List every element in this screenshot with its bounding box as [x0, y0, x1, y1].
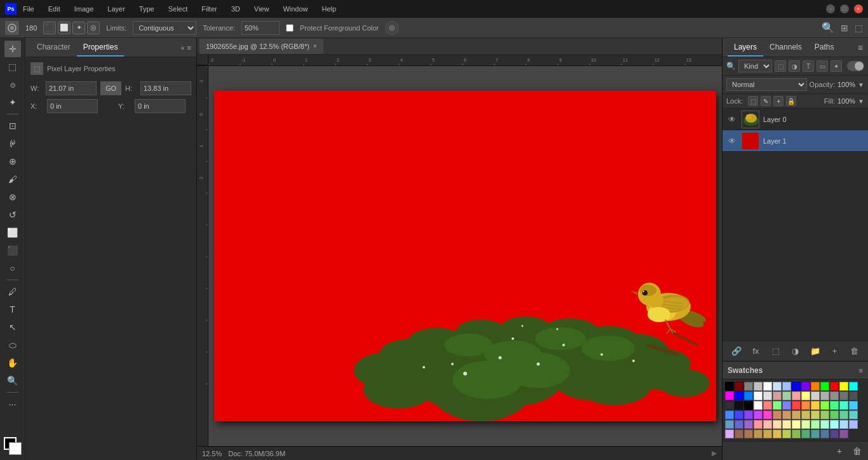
swatch-item[interactable]: [792, 401, 801, 410]
path-selection-tool[interactable]: ↖: [4, 319, 21, 335]
swatch-item[interactable]: [773, 391, 782, 400]
shape-tool[interactable]: ⬭: [4, 337, 21, 353]
swatch-item[interactable]: [763, 430, 772, 438]
swatch-item[interactable]: [754, 410, 763, 419]
extra-tools[interactable]: ···: [4, 396, 21, 412]
swatch-item[interactable]: [849, 401, 858, 410]
swatch-item[interactable]: [792, 430, 801, 438]
swatch-item[interactable]: [820, 391, 829, 400]
swatch-item[interactable]: [773, 401, 782, 410]
screen-mode-icon[interactable]: ⬚: [855, 23, 863, 33]
swatch-item[interactable]: [820, 420, 829, 429]
swatch-item[interactable]: [754, 430, 763, 438]
swatch-item[interactable]: [820, 382, 829, 391]
swatch-item[interactable]: [744, 401, 753, 410]
close-button[interactable]: ×: [854, 4, 863, 13]
swatch-item[interactable]: [773, 382, 782, 391]
swatch-item[interactable]: [792, 420, 801, 429]
clone-stamp-tool[interactable]: ⊗: [4, 189, 21, 205]
menu-layer[interactable]: Layer: [105, 4, 128, 14]
swatch-item[interactable]: [725, 391, 734, 400]
swatch-item[interactable]: [735, 401, 743, 410]
swatch-item[interactable]: [839, 410, 848, 419]
eraser-icon[interactable]: ⬜: [58, 22, 71, 34]
background-color[interactable]: [9, 442, 22, 455]
swatch-item[interactable]: [811, 430, 820, 438]
layer-1-visibility[interactable]: 👁: [726, 135, 738, 147]
swatches-menu-icon[interactable]: ≡: [859, 367, 863, 374]
text-tool[interactable]: T: [4, 301, 21, 318]
swatch-item[interactable]: [744, 410, 753, 419]
tab-properties[interactable]: Properties: [77, 38, 125, 57]
swatch-item[interactable]: [801, 420, 810, 429]
maximize-button[interactable]: □: [840, 4, 849, 13]
swatch-item[interactable]: [754, 382, 763, 391]
swatch-item[interactable]: [773, 410, 782, 419]
pixel-filter-icon[interactable]: ⬚: [775, 60, 786, 72]
swatch-item[interactable]: [811, 410, 820, 419]
swatch-item[interactable]: [782, 382, 791, 391]
swatch-item[interactable]: [763, 391, 772, 400]
link-layers-btn[interactable]: 🔗: [729, 344, 743, 358]
menu-window[interactable]: Window: [280, 4, 310, 14]
protect-foreground-checkbox[interactable]: [286, 24, 294, 32]
layer-effects-btn[interactable]: fx: [749, 344, 763, 358]
tolerance-input[interactable]: 50%: [241, 21, 280, 35]
menu-type[interactable]: Type: [137, 4, 157, 14]
swatch-item[interactable]: [735, 430, 743, 438]
swatch-item[interactable]: [830, 430, 839, 438]
swatch-item[interactable]: [801, 401, 810, 410]
layers-panel-menu[interactable]: ≡: [858, 43, 863, 53]
swatch-item[interactable]: [830, 382, 839, 391]
gradient-tool[interactable]: ⬛: [4, 242, 21, 259]
tab-paths[interactable]: Paths: [808, 38, 841, 57]
history-brush-tool[interactable]: ↺: [4, 206, 21, 223]
go-button[interactable]: GO: [100, 81, 121, 95]
eraser-tool[interactable]: ⬜: [4, 224, 21, 241]
adjust-filter-icon[interactable]: ◑: [789, 60, 800, 72]
hand-tool[interactable]: ✋: [4, 355, 21, 371]
lock-position-icon[interactable]: ✎: [761, 96, 771, 106]
menu-view[interactable]: View: [252, 4, 272, 14]
panel-menu-icon[interactable]: ≡: [187, 44, 191, 51]
swatch-item[interactable]: [763, 420, 772, 429]
fill-dropdown-icon[interactable]: ▼: [858, 98, 864, 105]
doc-tab[interactable]: 1902655e.jpg @ 12.5% (RGB/8*) ×: [200, 39, 323, 54]
x-input[interactable]: [47, 99, 98, 113]
swatch-item[interactable]: [773, 430, 782, 438]
swatch-item[interactable]: [830, 410, 839, 419]
swatch-item[interactable]: [763, 410, 772, 419]
swatch-item[interactable]: [839, 391, 848, 400]
swatch-item[interactable]: [754, 401, 763, 410]
swatch-item[interactable]: [849, 391, 858, 400]
panel-collapse-icon[interactable]: «: [180, 44, 184, 51]
swatch-item[interactable]: [782, 401, 791, 410]
swatch-item[interactable]: [839, 401, 848, 410]
swatch-item[interactable]: [773, 420, 782, 429]
y-input[interactable]: [135, 99, 186, 113]
arrange-icon[interactable]: ⊞: [841, 23, 848, 33]
zoom-tool[interactable]: 🔍: [4, 372, 21, 389]
swatch-item[interactable]: [725, 401, 734, 410]
menu-3d[interactable]: 3D: [229, 4, 243, 14]
swatch-item[interactable]: [801, 410, 810, 419]
layer-0-visibility[interactable]: 👁: [726, 114, 738, 125]
swatch-item[interactable]: [744, 391, 753, 400]
menu-help[interactable]: Help: [320, 4, 339, 14]
move-tool[interactable]: ✛: [4, 41, 21, 57]
crop-tool[interactable]: ⊡: [4, 118, 21, 134]
swatch-item[interactable]: [830, 420, 839, 429]
swatch-item[interactable]: [839, 430, 848, 438]
dodge-tool[interactable]: ○: [4, 260, 21, 276]
lasso-tool[interactable]: ⌾: [4, 76, 21, 93]
swatch-item[interactable]: [820, 430, 829, 438]
swatch-item[interactable]: [725, 382, 734, 391]
swatch-item[interactable]: [725, 430, 734, 438]
menu-select[interactable]: Select: [166, 4, 191, 14]
menu-file[interactable]: File: [20, 4, 37, 14]
opacity-dropdown-icon[interactable]: ▼: [858, 81, 864, 88]
swatch-item[interactable]: [839, 420, 848, 429]
swatch-item[interactable]: [801, 391, 810, 400]
add-mask-btn[interactable]: ⬚: [769, 344, 783, 358]
new-swatch-btn[interactable]: +: [832, 444, 846, 458]
